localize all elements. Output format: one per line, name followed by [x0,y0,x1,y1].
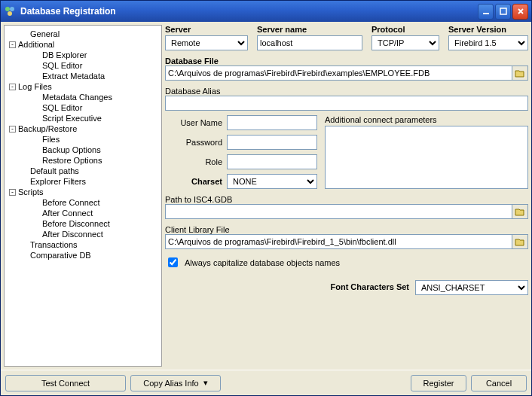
servername-input[interactable] [257,35,362,50]
footer: Test Connect Copy Alias Info▾ Register C… [1,370,531,395]
collapse-icon[interactable]: - [9,41,16,48]
server-select[interactable]: Remote [165,35,248,50]
fontcharset-select[interactable]: ANSI_CHARSET [415,280,528,295]
tree-item[interactable]: Backup Options [6,145,160,155]
clientlib-label: Client Library File [165,225,230,234]
isc4-input[interactable] [165,204,512,219]
tree-item[interactable]: After Connect [6,208,160,218]
folder-open-icon [515,69,525,78]
capitalize-checkbox[interactable] [168,257,178,267]
tree-spacer [33,221,40,227]
password-input[interactable] [227,135,317,150]
collapse-icon[interactable]: - [9,189,16,196]
tree-item[interactable]: Default paths [6,166,160,176]
collapse-icon[interactable]: - [9,126,16,133]
username-input[interactable] [227,115,317,130]
tree-item-label: SQL Editor [42,61,82,70]
tree-item[interactable]: -Backup/Restore [6,123,160,134]
tree-item[interactable]: -Additional [6,39,160,50]
extra-params-label: Additional connect parameters [325,115,528,124]
register-button[interactable]: Register [411,375,466,391]
nav-tree: General-AdditionalDB ExplorerSQL EditorE… [4,25,162,367]
tree-item[interactable]: Restore Options [6,155,160,166]
tree-item-label: Explorer Filters [30,177,86,186]
tree-item[interactable]: -Log Files [6,81,160,92]
version-label: Server Version [448,25,528,34]
tree-item[interactable]: SQL Editor [6,102,160,113]
clientlib-browse-button[interactable] [512,234,528,249]
folder-open-icon [515,207,525,216]
capitalize-label: Always capitalize database objects names [185,258,340,267]
extra-params-memo[interactable] [325,126,528,189]
svg-point-2 [8,11,12,16]
tree-item-label: SQL Editor [42,103,82,112]
tree-item[interactable]: Before Disconnect [6,218,160,229]
tree-item-label: Script Executive [42,114,102,123]
protocol-label: Protocol [371,25,439,34]
tree-spacer [33,147,40,154]
alias-input[interactable] [165,96,528,111]
app-icon [4,5,16,17]
tree-item[interactable]: Extract Metadata [6,71,160,81]
role-input[interactable] [227,154,317,169]
tree-item-label: Metadata Changes [42,93,112,102]
close-button[interactable] [512,4,528,20]
tree-spacer [21,252,28,259]
tree-item-label: Log Files [18,82,52,91]
tree-item[interactable]: Before Connect [6,197,160,208]
tree-item[interactable]: Comparative DB [6,250,160,260]
svg-point-0 [5,7,10,11]
tree-item[interactable]: After Disconnect [6,229,160,239]
clientlib-input[interactable] [165,234,512,249]
tree-spacer [33,231,40,238]
minimize-button[interactable] [478,4,494,20]
tree-item-label: Scripts [18,187,44,196]
window-title: Database Registration [20,6,478,17]
tree-item-label: Transactions [30,240,78,249]
isc4-label: Path to ISC4.GDB [165,195,232,204]
username-label: User Name [165,118,227,127]
tree-item-label: Additional [18,40,54,49]
tree-spacer [21,242,28,248]
tree-item[interactable]: SQL Editor [6,60,160,71]
svg-rect-4 [500,8,506,14]
test-connect-button[interactable]: Test Connect [5,375,126,391]
maximize-button[interactable] [495,4,511,20]
dbfile-browse-button[interactable] [512,65,528,81]
version-select[interactable]: Firebird 1.5 [448,35,528,50]
collapse-icon[interactable]: - [9,84,16,90]
dbfile-input[interactable] [165,65,512,81]
servername-label: Server name [257,25,362,34]
tree-spacer [33,136,40,143]
chevron-down-icon: ▾ [203,378,208,388]
svg-point-1 [10,7,14,11]
tree-item-label: Files [42,135,60,144]
tree-item[interactable]: Script Executive [6,113,160,123]
titlebar: Database Registration [1,1,531,22]
tree-spacer [21,168,28,175]
tree-item[interactable]: Metadata Changes [6,92,160,102]
tree-item[interactable]: DB Explorer [6,50,160,60]
tree-item[interactable]: -Scripts [6,187,160,197]
copy-alias-button[interactable]: Copy Alias Info▾ [130,375,221,391]
tree-item[interactable]: Explorer Filters [6,176,160,187]
form-panel: Server Remote Server name Protocol TCP/I… [165,25,528,367]
charset-select[interactable]: NONE [227,174,317,189]
tree-spacer [33,62,40,69]
tree-item[interactable]: General [6,29,160,39]
tree-item-label: Extract Metadata [42,72,105,81]
protocol-select[interactable]: TCP/IP [371,35,439,50]
isc4-browse-button[interactable] [512,204,528,219]
tree-item-label: Default paths [30,166,79,175]
charset-label: Charset [165,177,227,186]
tree-item-label: Restore Options [42,156,102,165]
tree-spacer [33,52,40,59]
tree-spacer [33,94,40,101]
tree-item-label: Backup Options [42,145,101,154]
tree-item[interactable]: Files [6,134,160,145]
tree-spacer [33,73,40,80]
server-label: Server [165,25,248,34]
tree-spacer [33,105,40,111]
cancel-button[interactable]: Cancel [471,375,527,391]
tree-item[interactable]: Transactions [6,239,160,250]
